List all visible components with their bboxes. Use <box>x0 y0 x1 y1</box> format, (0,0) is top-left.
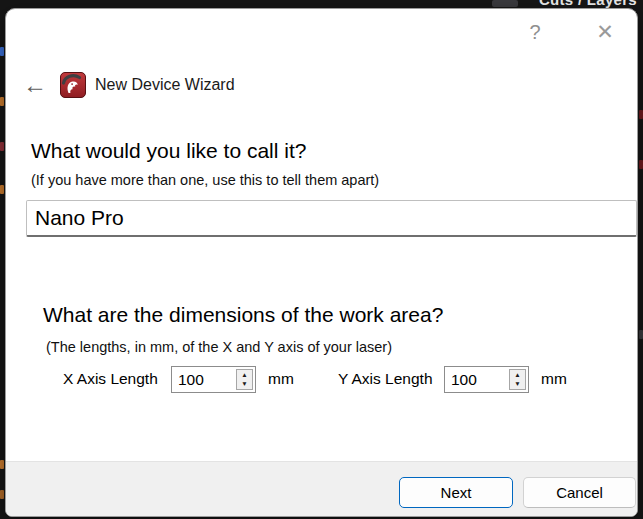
next-button[interactable]: Next <box>399 477 513 508</box>
spin-up-icon[interactable]: ▲ <box>510 370 525 380</box>
wizard-title: New Device Wizard <box>95 76 235 94</box>
x-axis-length-input[interactable] <box>172 367 234 392</box>
background-panel-title: Cuts / Layers <box>539 0 637 8</box>
background-toolbar-fragment <box>0 142 4 151</box>
background-toolbar-fragment <box>0 97 4 106</box>
device-name-input[interactable] <box>26 200 637 237</box>
y-axis-length-label: Y Axis Length <box>338 370 433 388</box>
background-panel-fragment <box>639 110 643 119</box>
wizard-header: ← New Device Wizard <box>19 71 235 99</box>
work-area-heading: What are the dimensions of the work area… <box>43 303 443 327</box>
background-toolbar-fragment <box>0 490 4 499</box>
spin-up-icon[interactable]: ▲ <box>237 370 252 380</box>
background-toolbar-fragment <box>0 460 4 469</box>
x-axis-spin-buttons: ▲ ▼ <box>236 369 253 390</box>
y-axis-unit-label: mm <box>541 370 567 388</box>
x-axis-unit-label: mm <box>268 370 294 388</box>
cancel-button[interactable]: Cancel <box>523 477 636 508</box>
y-axis-spin-buttons: ▲ ▼ <box>509 369 526 390</box>
x-axis-length-spinner[interactable]: ▲ ▼ <box>171 366 256 393</box>
close-icon[interactable]: ✕ <box>588 17 622 47</box>
spin-down-icon[interactable]: ▼ <box>510 380 525 390</box>
lightburn-logo-icon <box>60 72 86 98</box>
dialog-footer: Next Cancel <box>6 461 637 516</box>
background-toolbar-fragment <box>0 47 4 56</box>
new-device-wizard-dialog: ? ✕ ← New Device Wizard What would you l… <box>5 8 638 517</box>
device-name-subtext: (If you have more than one, use this to … <box>31 172 379 188</box>
work-area-subtext: (The lengths, in mm, of the X and Y axis… <box>46 339 392 355</box>
help-icon[interactable]: ? <box>518 17 552 47</box>
y-axis-length-spinner[interactable]: ▲ ▼ <box>444 366 529 393</box>
y-axis-length-input[interactable] <box>445 367 507 392</box>
x-axis-length-label: X Axis Length <box>63 370 158 388</box>
spin-down-icon[interactable]: ▼ <box>237 380 252 390</box>
background-panel-fragment <box>639 160 643 169</box>
background-toolbar-fragment <box>0 185 4 194</box>
back-arrow-icon[interactable]: ← <box>19 73 51 97</box>
axis-dimensions-row: X Axis Length ▲ ▼ mm Y Axis Length ▲ ▼ m… <box>6 366 637 394</box>
device-name-heading: What would you like to call it? <box>31 139 306 163</box>
background-icon-fragment <box>492 0 518 7</box>
background-panel-fragment <box>639 330 643 339</box>
